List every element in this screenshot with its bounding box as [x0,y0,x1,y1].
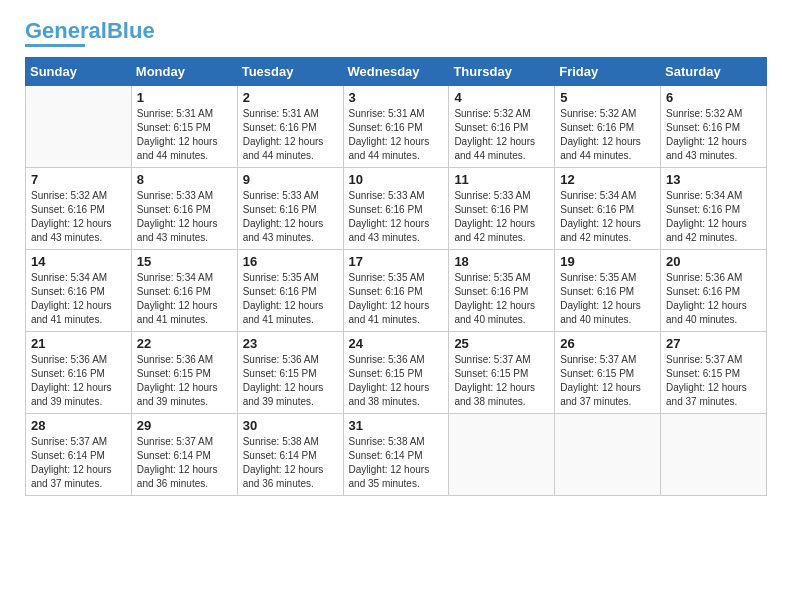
calendar-cell: 25Sunrise: 5:37 AM Sunset: 6:15 PM Dayli… [449,332,555,414]
day-info: Sunrise: 5:33 AM Sunset: 6:16 PM Dayligh… [454,189,549,245]
calendar-header-row: SundayMondayTuesdayWednesdayThursdayFrid… [26,58,767,86]
day-info: Sunrise: 5:32 AM Sunset: 6:16 PM Dayligh… [666,107,761,163]
day-info: Sunrise: 5:33 AM Sunset: 6:16 PM Dayligh… [349,189,444,245]
day-info: Sunrise: 5:36 AM Sunset: 6:15 PM Dayligh… [349,353,444,409]
day-number: 31 [349,418,444,433]
day-number: 14 [31,254,126,269]
day-number: 29 [137,418,232,433]
day-number: 17 [349,254,444,269]
day-info: Sunrise: 5:31 AM Sunset: 6:15 PM Dayligh… [137,107,232,163]
calendar-cell [449,414,555,496]
day-info: Sunrise: 5:36 AM Sunset: 6:16 PM Dayligh… [666,271,761,327]
day-number: 22 [137,336,232,351]
calendar-cell: 3Sunrise: 5:31 AM Sunset: 6:16 PM Daylig… [343,86,449,168]
day-info: Sunrise: 5:38 AM Sunset: 6:14 PM Dayligh… [243,435,338,491]
calendar-cell: 28Sunrise: 5:37 AM Sunset: 6:14 PM Dayli… [26,414,132,496]
calendar-cell: 6Sunrise: 5:32 AM Sunset: 6:16 PM Daylig… [661,86,767,168]
day-info: Sunrise: 5:32 AM Sunset: 6:16 PM Dayligh… [560,107,655,163]
day-number: 26 [560,336,655,351]
logo-text: GeneralBlue [25,20,155,42]
calendar-cell: 16Sunrise: 5:35 AM Sunset: 6:16 PM Dayli… [237,250,343,332]
logo: GeneralBlue [25,20,155,47]
calendar-cell [26,86,132,168]
day-number: 8 [137,172,232,187]
day-info: Sunrise: 5:37 AM Sunset: 6:14 PM Dayligh… [31,435,126,491]
header-monday: Monday [131,58,237,86]
logo-general: General [25,18,107,43]
day-number: 19 [560,254,655,269]
day-info: Sunrise: 5:36 AM Sunset: 6:15 PM Dayligh… [243,353,338,409]
calendar-cell: 12Sunrise: 5:34 AM Sunset: 6:16 PM Dayli… [555,168,661,250]
day-number: 13 [666,172,761,187]
calendar-cell: 23Sunrise: 5:36 AM Sunset: 6:15 PM Dayli… [237,332,343,414]
day-number: 30 [243,418,338,433]
day-info: Sunrise: 5:36 AM Sunset: 6:16 PM Dayligh… [31,353,126,409]
day-number: 4 [454,90,549,105]
calendar-cell: 10Sunrise: 5:33 AM Sunset: 6:16 PM Dayli… [343,168,449,250]
calendar-cell: 11Sunrise: 5:33 AM Sunset: 6:16 PM Dayli… [449,168,555,250]
calendar-cell: 1Sunrise: 5:31 AM Sunset: 6:15 PM Daylig… [131,86,237,168]
day-info: Sunrise: 5:33 AM Sunset: 6:16 PM Dayligh… [137,189,232,245]
day-number: 6 [666,90,761,105]
day-info: Sunrise: 5:37 AM Sunset: 6:14 PM Dayligh… [137,435,232,491]
day-info: Sunrise: 5:34 AM Sunset: 6:16 PM Dayligh… [31,271,126,327]
calendar-cell: 30Sunrise: 5:38 AM Sunset: 6:14 PM Dayli… [237,414,343,496]
day-number: 27 [666,336,761,351]
day-number: 9 [243,172,338,187]
day-info: Sunrise: 5:32 AM Sunset: 6:16 PM Dayligh… [454,107,549,163]
calendar-cell: 27Sunrise: 5:37 AM Sunset: 6:15 PM Dayli… [661,332,767,414]
day-info: Sunrise: 5:35 AM Sunset: 6:16 PM Dayligh… [560,271,655,327]
week-row-4: 28Sunrise: 5:37 AM Sunset: 6:14 PM Dayli… [26,414,767,496]
day-number: 10 [349,172,444,187]
calendar-cell: 21Sunrise: 5:36 AM Sunset: 6:16 PM Dayli… [26,332,132,414]
week-row-1: 7Sunrise: 5:32 AM Sunset: 6:16 PM Daylig… [26,168,767,250]
day-info: Sunrise: 5:37 AM Sunset: 6:15 PM Dayligh… [666,353,761,409]
header-thursday: Thursday [449,58,555,86]
week-row-3: 21Sunrise: 5:36 AM Sunset: 6:16 PM Dayli… [26,332,767,414]
calendar-cell: 7Sunrise: 5:32 AM Sunset: 6:16 PM Daylig… [26,168,132,250]
day-info: Sunrise: 5:34 AM Sunset: 6:16 PM Dayligh… [560,189,655,245]
calendar-cell: 14Sunrise: 5:34 AM Sunset: 6:16 PM Dayli… [26,250,132,332]
day-number: 2 [243,90,338,105]
calendar-cell: 18Sunrise: 5:35 AM Sunset: 6:16 PM Dayli… [449,250,555,332]
day-info: Sunrise: 5:37 AM Sunset: 6:15 PM Dayligh… [454,353,549,409]
week-row-2: 14Sunrise: 5:34 AM Sunset: 6:16 PM Dayli… [26,250,767,332]
calendar-cell: 26Sunrise: 5:37 AM Sunset: 6:15 PM Dayli… [555,332,661,414]
day-number: 3 [349,90,444,105]
day-info: Sunrise: 5:34 AM Sunset: 6:16 PM Dayligh… [137,271,232,327]
day-info: Sunrise: 5:31 AM Sunset: 6:16 PM Dayligh… [349,107,444,163]
calendar-cell: 31Sunrise: 5:38 AM Sunset: 6:14 PM Dayli… [343,414,449,496]
header-saturday: Saturday [661,58,767,86]
header-friday: Friday [555,58,661,86]
day-info: Sunrise: 5:38 AM Sunset: 6:14 PM Dayligh… [349,435,444,491]
day-number: 11 [454,172,549,187]
day-info: Sunrise: 5:36 AM Sunset: 6:15 PM Dayligh… [137,353,232,409]
calendar-cell: 8Sunrise: 5:33 AM Sunset: 6:16 PM Daylig… [131,168,237,250]
calendar-cell: 20Sunrise: 5:36 AM Sunset: 6:16 PM Dayli… [661,250,767,332]
calendar-cell: 19Sunrise: 5:35 AM Sunset: 6:16 PM Dayli… [555,250,661,332]
calendar-cell: 22Sunrise: 5:36 AM Sunset: 6:15 PM Dayli… [131,332,237,414]
day-info: Sunrise: 5:31 AM Sunset: 6:16 PM Dayligh… [243,107,338,163]
week-row-0: 1Sunrise: 5:31 AM Sunset: 6:15 PM Daylig… [26,86,767,168]
day-info: Sunrise: 5:34 AM Sunset: 6:16 PM Dayligh… [666,189,761,245]
day-number: 21 [31,336,126,351]
calendar-cell [661,414,767,496]
calendar-table: SundayMondayTuesdayWednesdayThursdayFrid… [25,57,767,496]
calendar-cell: 17Sunrise: 5:35 AM Sunset: 6:16 PM Dayli… [343,250,449,332]
day-info: Sunrise: 5:35 AM Sunset: 6:16 PM Dayligh… [454,271,549,327]
day-number: 24 [349,336,444,351]
day-info: Sunrise: 5:32 AM Sunset: 6:16 PM Dayligh… [31,189,126,245]
day-number: 23 [243,336,338,351]
day-number: 28 [31,418,126,433]
day-number: 1 [137,90,232,105]
calendar-cell: 13Sunrise: 5:34 AM Sunset: 6:16 PM Dayli… [661,168,767,250]
day-number: 5 [560,90,655,105]
day-info: Sunrise: 5:33 AM Sunset: 6:16 PM Dayligh… [243,189,338,245]
calendar-cell: 29Sunrise: 5:37 AM Sunset: 6:14 PM Dayli… [131,414,237,496]
header-wednesday: Wednesday [343,58,449,86]
header-sunday: Sunday [26,58,132,86]
day-info: Sunrise: 5:35 AM Sunset: 6:16 PM Dayligh… [349,271,444,327]
day-number: 18 [454,254,549,269]
calendar-cell [555,414,661,496]
calendar-cell: 4Sunrise: 5:32 AM Sunset: 6:16 PM Daylig… [449,86,555,168]
